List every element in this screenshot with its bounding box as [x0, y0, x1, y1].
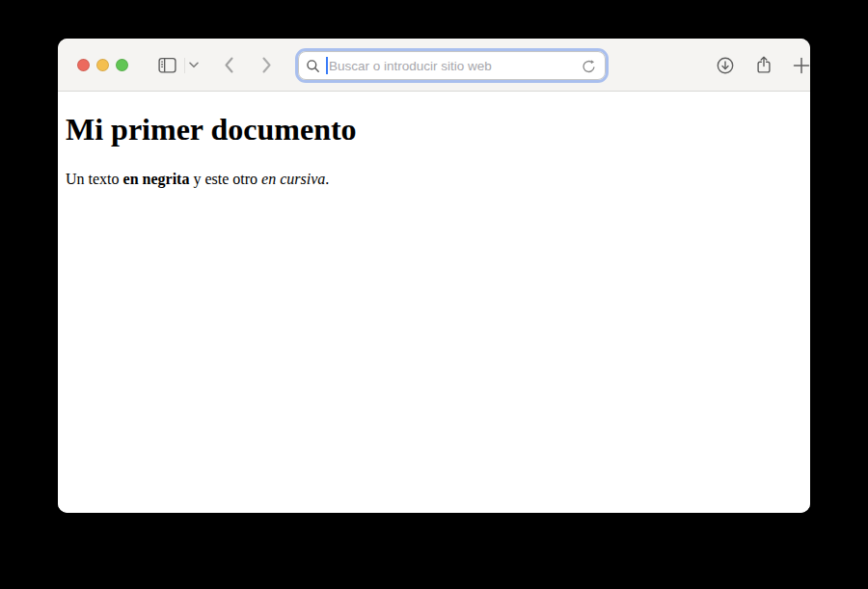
page-title: Mi primer documento [66, 112, 802, 147]
bold-text: en negrita [123, 171, 190, 187]
browser-window: Buscar o introducir sitio web [58, 39, 810, 513]
downloads-button[interactable] [716, 56, 735, 75]
forward-button[interactable] [260, 56, 273, 74]
text-caret [326, 57, 328, 74]
forward-chevron-icon [260, 56, 273, 74]
new-tab-button[interactable] [793, 57, 810, 74]
new-tab-icon [793, 57, 810, 74]
page-paragraph: Un texto en negrita y este otro en cursi… [66, 171, 802, 188]
minimize-button[interactable] [96, 59, 109, 71]
share-button[interactable] [754, 55, 773, 75]
sidebar-toggle-button[interactable] [157, 55, 177, 75]
close-button[interactable] [77, 59, 90, 71]
back-chevron-icon [223, 56, 235, 74]
back-button[interactable] [223, 56, 235, 74]
download-icon [716, 56, 735, 75]
chevron-down-icon [189, 62, 199, 68]
italic-text: en cursiva [261, 171, 325, 187]
search-icon [306, 59, 320, 73]
sidebar-toggle-icon [157, 55, 177, 75]
paragraph-text: Un texto [66, 171, 123, 187]
traffic-lights [77, 59, 128, 71]
share-icon [754, 55, 773, 75]
paragraph-text: y este otro [189, 171, 261, 187]
address-bar-placeholder: Buscar o introducir sitio web [329, 59, 581, 73]
browser-toolbar: Buscar o introducir sitio web [58, 39, 810, 92]
reload-button[interactable] [581, 58, 597, 74]
reload-icon [581, 58, 597, 74]
sidebar-options-button[interactable] [189, 62, 199, 68]
toolbar-separator [184, 58, 185, 73]
paragraph-text: . [325, 171, 329, 187]
page-content: Mi primer documento Un texto en negrita … [58, 92, 810, 513]
address-bar[interactable]: Buscar o introducir sitio web [295, 48, 609, 83]
zoom-button[interactable] [116, 59, 128, 71]
